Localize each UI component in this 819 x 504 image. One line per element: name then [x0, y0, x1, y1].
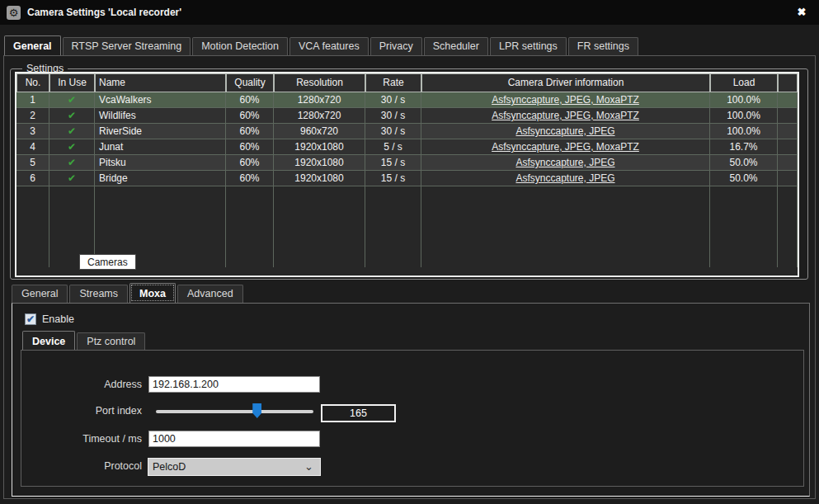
cell-driver[interactable]: Asfsynccapture, JPEG, MoxaPTZ — [421, 92, 710, 108]
cell-rate[interactable]: 15 / s — [365, 171, 421, 186]
devtab-ptz-control[interactable]: Ptz control — [77, 332, 145, 350]
check-icon: ✔ — [68, 157, 76, 168]
cell-resolution[interactable]: 1280x720 — [274, 92, 365, 108]
tab-fr-settings[interactable]: FR settings — [568, 37, 638, 55]
cell-quality[interactable]: 60% — [226, 139, 274, 155]
check-icon: ✔ — [68, 94, 76, 106]
cell-rate[interactable]: 30 / s — [365, 108, 421, 124]
cell-in-use[interactable]: ✔ — [49, 171, 95, 186]
col-header-spacer — [778, 73, 798, 92]
cell-rate[interactable]: 5 / s — [365, 139, 421, 155]
table-empty-area — [226, 186, 274, 267]
cell-spacer[interactable] — [778, 124, 798, 139]
devtab-device[interactable]: Device — [22, 331, 75, 350]
subtab-general[interactable]: General — [12, 285, 68, 303]
cell-driver[interactable]: Asfsynccapture, JPEG — [421, 171, 710, 186]
col-header-in-use[interactable]: In Use — [49, 73, 95, 92]
table-empty-area — [421, 186, 710, 267]
check-icon: ✔ — [68, 125, 76, 137]
cell-spacer[interactable] — [778, 139, 798, 155]
cell-quality[interactable]: 60% — [226, 155, 274, 171]
tab-scheduler[interactable]: Scheduler — [424, 37, 488, 55]
cell-rate[interactable]: 30 / s — [365, 92, 421, 108]
cell-resolution[interactable]: 1920x1080 — [274, 139, 365, 155]
cell-rate[interactable]: 30 / s — [365, 124, 421, 139]
cell-no[interactable]: 4 — [16, 139, 49, 155]
driver-link[interactable]: Asfsynccapture, JPEG — [515, 125, 614, 137]
cell-rate[interactable]: 15 / s — [365, 155, 421, 171]
cell-no[interactable]: 2 — [16, 108, 49, 124]
cell-in-use[interactable]: ✔ — [49, 124, 95, 139]
timeout-input[interactable] — [148, 431, 320, 447]
cell-no[interactable]: 1 — [16, 92, 49, 108]
cell-driver[interactable]: Asfsynccapture, JPEG — [421, 155, 710, 171]
cell-no[interactable]: 3 — [16, 124, 49, 139]
cell-resolution[interactable]: 1280x720 — [274, 108, 365, 124]
cell-load[interactable]: 16.7% — [710, 139, 778, 155]
tab-vca-features[interactable]: VCA features — [289, 37, 369, 55]
enable-checkbox[interactable]: ✔ — [25, 313, 36, 325]
cell-resolution[interactable]: 1920x1080 — [274, 155, 365, 171]
tab-lpr-settings[interactable]: LPR settings — [490, 37, 567, 55]
subtab-moxa[interactable]: Moxa — [129, 283, 176, 303]
tab-rtsp-server-streaming[interactable]: RTSP Server Streaming — [63, 37, 191, 55]
table-empty-area — [274, 186, 365, 267]
cell-load[interactable]: 100.0% — [710, 92, 778, 108]
driver-link[interactable]: Asfsynccapture, JPEG, MoxaPTZ — [492, 141, 639, 153]
cell-name[interactable]: Wildlifes — [95, 108, 226, 124]
driver-link[interactable]: Asfsynccapture, JPEG, MoxaPTZ — [492, 110, 639, 121]
col-header-load[interactable]: Load — [710, 73, 778, 92]
titlebar: ⚙ Camera Settings 'Local recorder' ✖ — [0, 0, 819, 25]
camera-subtabs: General Streams Moxa Advanced — [12, 285, 245, 303]
cell-spacer[interactable] — [778, 155, 798, 171]
cell-name[interactable]: Junat — [95, 139, 226, 155]
tab-general[interactable]: General — [4, 35, 61, 55]
cell-load[interactable]: 50.0% — [710, 171, 778, 186]
cell-name[interactable]: Bridge — [95, 171, 226, 186]
driver-link[interactable]: Asfsynccapture, JPEG — [515, 172, 614, 184]
cell-driver[interactable]: Asfsynccapture, JPEG, MoxaPTZ — [421, 139, 710, 155]
protocol-selected-value: PelcoD — [153, 461, 186, 473]
tab-privacy[interactable]: Privacy — [370, 37, 422, 55]
cell-no[interactable]: 5 — [16, 155, 49, 171]
address-input[interactable] — [148, 376, 320, 393]
enable-checkbox-row[interactable]: ✔ Enable — [25, 313, 74, 325]
subtab-streams[interactable]: Streams — [69, 285, 128, 303]
col-header-name[interactable]: Name — [95, 73, 226, 92]
col-header-no[interactable]: No. — [16, 73, 49, 92]
close-icon[interactable]: ✖ — [794, 5, 809, 20]
cell-in-use[interactable]: ✔ — [49, 92, 95, 108]
cell-quality[interactable]: 60% — [226, 108, 274, 124]
cell-no[interactable]: 6 — [16, 171, 49, 186]
cell-quality[interactable]: 60% — [226, 124, 274, 139]
port-index-slider[interactable] — [156, 410, 313, 413]
driver-link[interactable]: Asfsynccapture, JPEG, MoxaPTZ — [492, 94, 639, 106]
cell-in-use[interactable]: ✔ — [49, 155, 95, 171]
col-header-quality[interactable]: Quality — [226, 73, 274, 92]
cell-spacer[interactable] — [778, 171, 798, 186]
cell-in-use[interactable]: ✔ — [49, 108, 95, 124]
cell-in-use[interactable]: ✔ — [49, 139, 95, 155]
tab-motion-detection[interactable]: Motion Detection — [192, 37, 288, 55]
cell-spacer[interactable] — [778, 108, 798, 124]
protocol-select[interactable]: PelcoD ⌄ — [148, 458, 321, 476]
cell-load[interactable]: 100.0% — [710, 124, 778, 139]
col-header-rate[interactable]: Rate — [365, 73, 421, 92]
cell-name[interactable]: RiverSide — [95, 124, 226, 139]
cell-name[interactable]: Pitsku — [95, 155, 226, 171]
cell-quality[interactable]: 60% — [226, 171, 274, 186]
cell-spacer[interactable] — [778, 92, 798, 108]
cell-driver[interactable]: Asfsynccapture, JPEG — [421, 124, 710, 139]
cell-resolution[interactable]: 960x720 — [274, 124, 365, 139]
col-header-resolution[interactable]: Resolution — [274, 73, 365, 92]
cell-load[interactable]: 100.0% — [710, 108, 778, 124]
cell-load[interactable]: 50.0% — [710, 155, 778, 171]
subtab-advanced[interactable]: Advanced — [177, 285, 243, 303]
col-header-driver[interactable]: Camera Driver information — [421, 73, 710, 92]
cell-resolution[interactable]: 1920x1080 — [274, 171, 365, 186]
cell-quality[interactable]: 60% — [226, 92, 274, 108]
cell-name[interactable]: VcaWalkers — [95, 92, 226, 108]
driver-link[interactable]: Asfsynccapture, JPEG — [515, 157, 614, 168]
check-icon: ✔ — [68, 141, 76, 153]
cell-driver[interactable]: Asfsynccapture, JPEG, MoxaPTZ — [421, 108, 710, 124]
